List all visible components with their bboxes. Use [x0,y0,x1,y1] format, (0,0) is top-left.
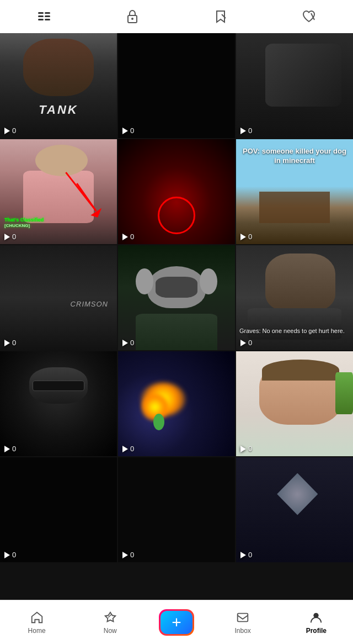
video-cell[interactable]: 0 [236,351,353,456]
play-icon [4,552,10,558]
create-button-inner: + [161,611,192,634]
home-icon [30,610,44,625]
play-count: 0 [122,551,134,559]
play-count: 0 [122,126,134,135]
svg-rect-3 [45,12,50,14]
play-count: 0 [240,339,252,347]
play-count: 0 [4,551,16,559]
video-cell[interactable]: 0 [0,457,117,562]
video-cell[interactable]: That's Classified [CHUCKNG] 0 [0,139,117,244]
play-count: 0 [122,445,134,453]
play-icon [4,446,10,452]
video-cell[interactable]: POV: someone killed your dog in minecraf… [236,139,353,244]
play-icon [240,446,246,452]
video-cell[interactable]: 0 [236,457,353,562]
nav-home[interactable]: Home [12,610,62,635]
play-count: 0 [240,126,252,135]
play-icon [240,552,246,558]
nav-now-label: Now [104,627,117,635]
classified-text-overlay: That's Classified [CHUCKNG] [4,217,44,229]
video-cell[interactable]: 0 [118,457,235,562]
bookmark-history-icon[interactable] [204,3,237,30]
svg-rect-0 [38,12,44,14]
nav-inbox[interactable]: Inbox [218,610,268,635]
svg-point-7 [131,18,133,20]
play-icon [122,128,128,134]
video-cell[interactable]: 0 [118,245,235,350]
play-icon [240,128,246,134]
nav-profile[interactable]: Profile [291,610,341,635]
menu-icon[interactable] [28,3,61,30]
inbox-icon [236,610,250,625]
video-cell[interactable]: TANK 0 [0,33,117,138]
svg-rect-5 [45,19,50,20]
play-icon [122,552,128,558]
video-cell[interactable]: CRIMSON 0 [0,245,117,350]
play-count: 0 [240,233,252,241]
play-icon [122,340,128,346]
now-icon [103,610,117,625]
play-count: 0 [240,445,252,453]
play-count: 0 [4,445,16,453]
svg-rect-2 [38,19,44,20]
play-icon [122,234,128,240]
svg-rect-13 [238,613,248,621]
play-count: 0 [240,551,252,559]
video-cell[interactable]: 0 [118,33,235,138]
play-icon [4,234,10,240]
video-grid: TANK 0 0 0 [0,33,353,600]
play-icon [240,234,246,240]
svg-rect-1 [38,15,44,17]
plus-icon: + [172,614,181,631]
nav-create[interactable]: + [159,609,194,636]
video-cell[interactable]: 0 [0,351,117,456]
create-button[interactable]: + [159,609,194,636]
bottom-navigation: Home Now + Inbox Profile [0,600,353,644]
graves-text-overlay: Graves: No one needs to get hurt here. [239,327,350,335]
play-icon [122,446,128,452]
video-cell[interactable]: 0 [236,33,353,138]
play-count: 0 [122,339,134,347]
pov-text-overlay: POV: someone killed your dog in minecraf… [236,145,353,168]
play-icon [4,128,10,134]
svg-rect-4 [45,15,50,17]
video-cell[interactable]: 0 [118,351,235,456]
nav-profile-label: Profile [306,627,327,635]
video-cell[interactable]: 0 [118,139,235,244]
video-cell[interactable]: Graves: No one needs to get hurt here. 0 [236,245,353,350]
play-count: 0 [4,126,16,135]
top-navigation [0,0,353,33]
nav-inbox-label: Inbox [234,627,250,635]
play-icon [4,340,10,346]
play-count: 0 [4,233,16,241]
play-icon [240,340,246,346]
lock-icon[interactable] [116,3,149,30]
crimson-text-overlay: CRIMSON [71,300,108,308]
heart-hidden-icon[interactable] [292,3,325,30]
nav-now[interactable]: Now [85,610,135,635]
play-count: 0 [4,339,16,347]
play-count: 0 [122,233,134,241]
profile-icon [309,610,323,625]
nav-home-label: Home [28,627,46,635]
